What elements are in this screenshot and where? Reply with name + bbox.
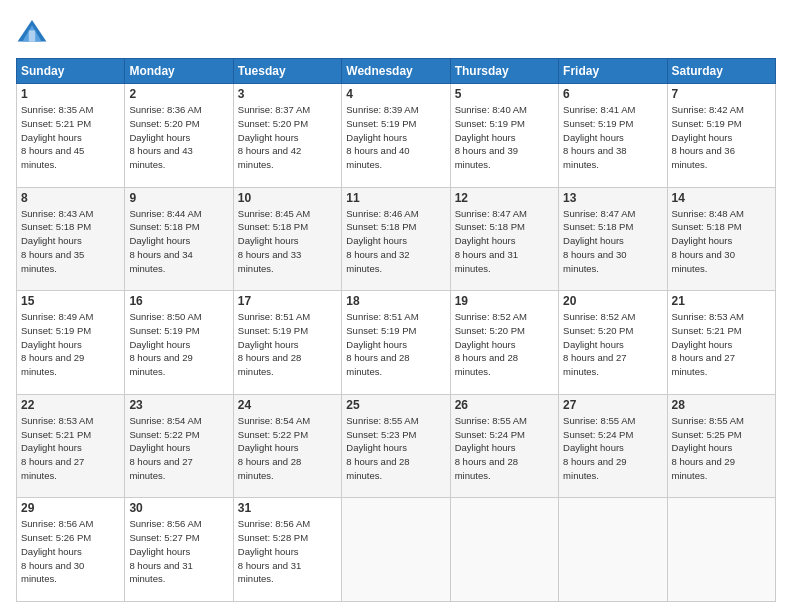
calendar-cell: 7 Sunrise: 8:42 AM Sunset: 5:19 PM Dayli… xyxy=(667,84,775,188)
calendar-cell: 24 Sunrise: 8:54 AM Sunset: 5:22 PM Dayl… xyxy=(233,394,341,498)
cell-info: Sunrise: 8:55 AM Sunset: 5:25 PM Dayligh… xyxy=(672,414,771,483)
cell-info: Sunrise: 8:36 AM Sunset: 5:20 PM Dayligh… xyxy=(129,103,228,172)
cell-info: Sunrise: 8:41 AM Sunset: 5:19 PM Dayligh… xyxy=(563,103,662,172)
day-number: 28 xyxy=(672,398,771,412)
day-number: 9 xyxy=(129,191,228,205)
calendar-cell xyxy=(559,498,667,602)
calendar-cell: 21 Sunrise: 8:53 AM Sunset: 5:21 PM Dayl… xyxy=(667,291,775,395)
calendar-week-row: 15 Sunrise: 8:49 AM Sunset: 5:19 PM Dayl… xyxy=(17,291,776,395)
calendar-week-row: 1 Sunrise: 8:35 AM Sunset: 5:21 PM Dayli… xyxy=(17,84,776,188)
calendar-cell: 8 Sunrise: 8:43 AM Sunset: 5:18 PM Dayli… xyxy=(17,187,125,291)
calendar-cell: 29 Sunrise: 8:56 AM Sunset: 5:26 PM Dayl… xyxy=(17,498,125,602)
calendar-cell: 2 Sunrise: 8:36 AM Sunset: 5:20 PM Dayli… xyxy=(125,84,233,188)
calendar-cell xyxy=(342,498,450,602)
cell-info: Sunrise: 8:56 AM Sunset: 5:27 PM Dayligh… xyxy=(129,517,228,586)
day-number: 1 xyxy=(21,87,120,101)
logo xyxy=(16,16,52,48)
cell-info: Sunrise: 8:54 AM Sunset: 5:22 PM Dayligh… xyxy=(129,414,228,483)
calendar-week-row: 22 Sunrise: 8:53 AM Sunset: 5:21 PM Dayl… xyxy=(17,394,776,498)
calendar-cell: 15 Sunrise: 8:49 AM Sunset: 5:19 PM Dayl… xyxy=(17,291,125,395)
cell-info: Sunrise: 8:39 AM Sunset: 5:19 PM Dayligh… xyxy=(346,103,445,172)
cell-info: Sunrise: 8:53 AM Sunset: 5:21 PM Dayligh… xyxy=(21,414,120,483)
cell-info: Sunrise: 8:49 AM Sunset: 5:19 PM Dayligh… xyxy=(21,310,120,379)
calendar-cell: 10 Sunrise: 8:45 AM Sunset: 5:18 PM Dayl… xyxy=(233,187,341,291)
logo-icon xyxy=(16,16,48,48)
calendar-week-row: 8 Sunrise: 8:43 AM Sunset: 5:18 PM Dayli… xyxy=(17,187,776,291)
cell-info: Sunrise: 8:52 AM Sunset: 5:20 PM Dayligh… xyxy=(563,310,662,379)
day-number: 10 xyxy=(238,191,337,205)
cell-info: Sunrise: 8:51 AM Sunset: 5:19 PM Dayligh… xyxy=(346,310,445,379)
cell-info: Sunrise: 8:43 AM Sunset: 5:18 PM Dayligh… xyxy=(21,207,120,276)
cell-info: Sunrise: 8:56 AM Sunset: 5:28 PM Dayligh… xyxy=(238,517,337,586)
calendar-cell: 19 Sunrise: 8:52 AM Sunset: 5:20 PM Dayl… xyxy=(450,291,558,395)
calendar-table: SundayMondayTuesdayWednesdayThursdayFrid… xyxy=(16,58,776,602)
cell-info: Sunrise: 8:46 AM Sunset: 5:18 PM Dayligh… xyxy=(346,207,445,276)
calendar-day-header: Thursday xyxy=(450,59,558,84)
cell-info: Sunrise: 8:47 AM Sunset: 5:18 PM Dayligh… xyxy=(455,207,554,276)
day-number: 8 xyxy=(21,191,120,205)
day-number: 12 xyxy=(455,191,554,205)
calendar-day-header: Tuesday xyxy=(233,59,341,84)
calendar-cell xyxy=(450,498,558,602)
day-number: 30 xyxy=(129,501,228,515)
calendar-day-header: Sunday xyxy=(17,59,125,84)
day-number: 18 xyxy=(346,294,445,308)
calendar-cell: 25 Sunrise: 8:55 AM Sunset: 5:23 PM Dayl… xyxy=(342,394,450,498)
calendar-cell: 1 Sunrise: 8:35 AM Sunset: 5:21 PM Dayli… xyxy=(17,84,125,188)
calendar-cell: 6 Sunrise: 8:41 AM Sunset: 5:19 PM Dayli… xyxy=(559,84,667,188)
calendar-header-row: SundayMondayTuesdayWednesdayThursdayFrid… xyxy=(17,59,776,84)
cell-info: Sunrise: 8:51 AM Sunset: 5:19 PM Dayligh… xyxy=(238,310,337,379)
day-number: 24 xyxy=(238,398,337,412)
day-number: 20 xyxy=(563,294,662,308)
header xyxy=(16,16,776,48)
cell-info: Sunrise: 8:55 AM Sunset: 5:24 PM Dayligh… xyxy=(455,414,554,483)
calendar-cell: 14 Sunrise: 8:48 AM Sunset: 5:18 PM Dayl… xyxy=(667,187,775,291)
day-number: 3 xyxy=(238,87,337,101)
day-number: 26 xyxy=(455,398,554,412)
day-number: 11 xyxy=(346,191,445,205)
calendar-cell: 26 Sunrise: 8:55 AM Sunset: 5:24 PM Dayl… xyxy=(450,394,558,498)
cell-info: Sunrise: 8:50 AM Sunset: 5:19 PM Dayligh… xyxy=(129,310,228,379)
day-number: 6 xyxy=(563,87,662,101)
page: SundayMondayTuesdayWednesdayThursdayFrid… xyxy=(0,0,792,612)
calendar-cell: 22 Sunrise: 8:53 AM Sunset: 5:21 PM Dayl… xyxy=(17,394,125,498)
day-number: 5 xyxy=(455,87,554,101)
day-number: 31 xyxy=(238,501,337,515)
calendar-cell: 28 Sunrise: 8:55 AM Sunset: 5:25 PM Dayl… xyxy=(667,394,775,498)
day-number: 27 xyxy=(563,398,662,412)
calendar-cell: 30 Sunrise: 8:56 AM Sunset: 5:27 PM Dayl… xyxy=(125,498,233,602)
cell-info: Sunrise: 8:53 AM Sunset: 5:21 PM Dayligh… xyxy=(672,310,771,379)
calendar-cell: 17 Sunrise: 8:51 AM Sunset: 5:19 PM Dayl… xyxy=(233,291,341,395)
day-number: 19 xyxy=(455,294,554,308)
cell-info: Sunrise: 8:55 AM Sunset: 5:23 PM Dayligh… xyxy=(346,414,445,483)
day-number: 13 xyxy=(563,191,662,205)
day-number: 25 xyxy=(346,398,445,412)
calendar-cell: 3 Sunrise: 8:37 AM Sunset: 5:20 PM Dayli… xyxy=(233,84,341,188)
cell-info: Sunrise: 8:54 AM Sunset: 5:22 PM Dayligh… xyxy=(238,414,337,483)
calendar-week-row: 29 Sunrise: 8:56 AM Sunset: 5:26 PM Dayl… xyxy=(17,498,776,602)
day-number: 7 xyxy=(672,87,771,101)
day-number: 23 xyxy=(129,398,228,412)
calendar-cell: 27 Sunrise: 8:55 AM Sunset: 5:24 PM Dayl… xyxy=(559,394,667,498)
calendar-cell: 5 Sunrise: 8:40 AM Sunset: 5:19 PM Dayli… xyxy=(450,84,558,188)
cell-info: Sunrise: 8:47 AM Sunset: 5:18 PM Dayligh… xyxy=(563,207,662,276)
day-number: 2 xyxy=(129,87,228,101)
calendar-day-header: Friday xyxy=(559,59,667,84)
calendar-day-header: Monday xyxy=(125,59,233,84)
day-number: 16 xyxy=(129,294,228,308)
cell-info: Sunrise: 8:37 AM Sunset: 5:20 PM Dayligh… xyxy=(238,103,337,172)
calendar-cell: 18 Sunrise: 8:51 AM Sunset: 5:19 PM Dayl… xyxy=(342,291,450,395)
cell-info: Sunrise: 8:55 AM Sunset: 5:24 PM Dayligh… xyxy=(563,414,662,483)
cell-info: Sunrise: 8:52 AM Sunset: 5:20 PM Dayligh… xyxy=(455,310,554,379)
calendar-cell: 31 Sunrise: 8:56 AM Sunset: 5:28 PM Dayl… xyxy=(233,498,341,602)
cell-info: Sunrise: 8:45 AM Sunset: 5:18 PM Dayligh… xyxy=(238,207,337,276)
calendar-cell: 23 Sunrise: 8:54 AM Sunset: 5:22 PM Dayl… xyxy=(125,394,233,498)
calendar-cell: 16 Sunrise: 8:50 AM Sunset: 5:19 PM Dayl… xyxy=(125,291,233,395)
day-number: 22 xyxy=(21,398,120,412)
calendar-cell: 20 Sunrise: 8:52 AM Sunset: 5:20 PM Dayl… xyxy=(559,291,667,395)
day-number: 4 xyxy=(346,87,445,101)
calendar-cell: 9 Sunrise: 8:44 AM Sunset: 5:18 PM Dayli… xyxy=(125,187,233,291)
calendar-day-header: Saturday xyxy=(667,59,775,84)
calendar-cell xyxy=(667,498,775,602)
cell-info: Sunrise: 8:40 AM Sunset: 5:19 PM Dayligh… xyxy=(455,103,554,172)
